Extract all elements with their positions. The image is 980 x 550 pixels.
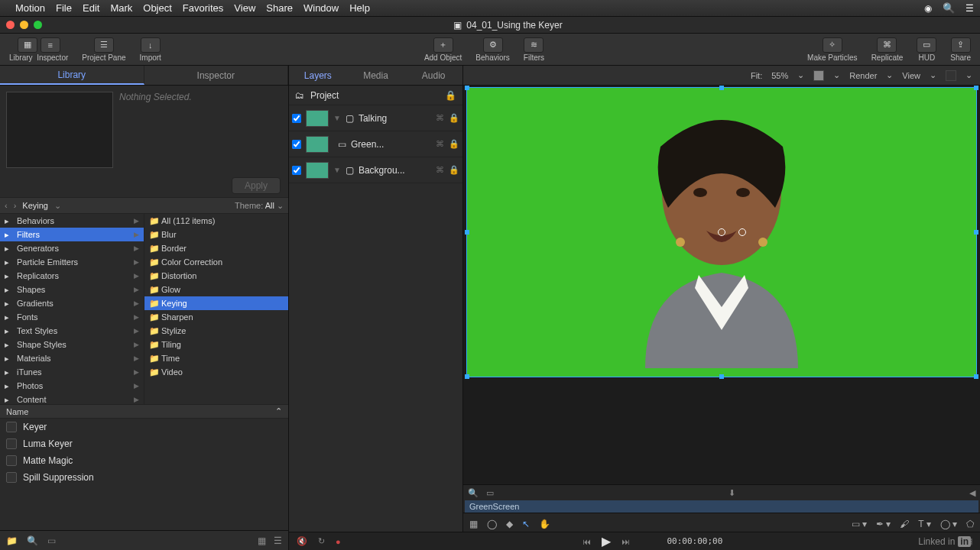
tab-library[interactable]: Library — [0, 66, 144, 85]
selection-handle[interactable] — [719, 374, 724, 379]
subcategory-time[interactable]: 📁Time — [144, 351, 288, 365]
category-photos[interactable]: ▸Photos▶ — [0, 379, 144, 393]
subcategory-border[interactable]: 📁Border — [144, 241, 288, 255]
layer-name[interactable]: Green... — [351, 139, 384, 150]
disclosure-icon[interactable]: ▼ — [333, 114, 341, 122]
timeline-playhead-icon[interactable]: ⬇ — [729, 488, 735, 498]
name-column-header[interactable]: Name — [6, 407, 28, 416]
menu-file[interactable]: File — [56, 2, 72, 14]
back-button[interactable]: ‹ — [5, 201, 8, 210]
category-shape-styles[interactable]: ▸Shape Styles▶ — [0, 338, 144, 351]
category-fonts[interactable]: ▸Fonts▶ — [0, 310, 144, 324]
hud-button[interactable]: ▭ — [917, 37, 936, 53]
keyframe-icon[interactable]: ◆ — [506, 519, 513, 529]
rect-tool-icon[interactable]: ▭ ▾ — [852, 519, 867, 529]
record-icon[interactable]: ● — [336, 537, 341, 546]
behaviors-button[interactable]: ⚙ — [483, 37, 503, 53]
apply-button[interactable]: Apply — [232, 177, 281, 194]
select-tool-icon[interactable]: ↖ — [522, 519, 530, 529]
subcategory-blur[interactable]: 📁Blur — [144, 228, 288, 241]
selection-handle[interactable] — [974, 230, 978, 235]
view-menu[interactable]: View — [902, 71, 920, 80]
project-row[interactable]: 🗂 Project 🔒 — [289, 86, 462, 105]
link-icon[interactable]: ⌘ — [436, 113, 444, 123]
category-list-sub[interactable]: 📁All (112 items)📁Blur📁Border📁Color Corre… — [144, 214, 288, 404]
menu-extras-icon[interactable]: ☰ — [965, 3, 974, 14]
rotation-handle-icon[interactable] — [738, 228, 746, 236]
tab-layers[interactable]: Layers — [289, 66, 347, 85]
forward-button[interactable]: › — [14, 201, 17, 210]
subcategory-sharpen[interactable]: 📁Sharpen — [144, 310, 288, 324]
viewport-chevron-icon[interactable]: ⌄ — [965, 70, 972, 80]
pen-tool-icon[interactable]: ✒ ▾ — [876, 519, 891, 529]
disclosure-icon[interactable]: ▼ — [333, 166, 341, 174]
loop-icon[interactable]: ↻ — [318, 536, 325, 546]
menu-mark[interactable]: Mark — [110, 2, 132, 14]
share-button[interactable]: ⇪ — [951, 37, 971, 53]
render-chevron-icon[interactable]: ⌄ — [886, 70, 893, 80]
subcategory-keying[interactable]: 📁Keying — [144, 296, 288, 310]
selection-handle[interactable] — [974, 86, 978, 90]
search-footer-icon[interactable]: 🔍 — [27, 535, 38, 546]
text-tool-icon[interactable]: T ▾ — [918, 519, 930, 529]
layer-name[interactable]: Backgrou... — [359, 165, 405, 176]
add-object-button[interactable]: ＋ — [433, 37, 453, 53]
link-icon[interactable]: ⌘ — [436, 139, 444, 149]
fit-chevron-icon[interactable]: ⌄ — [797, 70, 804, 80]
tab-media[interactable]: Media — [347, 66, 405, 85]
inspector-toggle-button[interactable]: ≡ — [41, 37, 60, 53]
hand-tool-icon[interactable]: ✋ — [539, 519, 550, 529]
category-content[interactable]: ▸Content▶ — [0, 393, 144, 404]
layer-row[interactable]: ▼▢Talking⌘🔒 — [289, 105, 462, 131]
subcategory-video[interactable]: 📁Video — [144, 365, 288, 379]
subcategory-glow[interactable]: 📁Glow — [144, 283, 288, 296]
tab-inspector[interactable]: Inspector — [144, 66, 289, 85]
menu-share[interactable]: Share — [266, 2, 293, 14]
layer-visible-checkbox[interactable] — [292, 140, 301, 149]
zoom-button[interactable] — [34, 21, 42, 29]
menu-favorites[interactable]: Favorites — [183, 2, 223, 14]
category-itunes[interactable]: ▸iTunes▶ — [0, 365, 144, 379]
import-button[interactable]: ↓ — [141, 37, 161, 53]
sort-indicator-icon[interactable]: ⌃ — [275, 406, 282, 416]
timeline-clip-icon[interactable]: ▭ — [486, 488, 494, 498]
effect-list[interactable]: KeyerLuma KeyerMatte MagicSpill Suppress… — [0, 419, 288, 530]
app-menu[interactable]: Motion — [15, 2, 45, 14]
close-button[interactable] — [6, 21, 15, 29]
paint-tool-icon[interactable]: 🖌 — [900, 519, 909, 529]
project-lock-icon[interactable]: 🔒 — [445, 90, 456, 101]
make-particles-button[interactable]: ✧ — [823, 37, 842, 53]
selection-handle[interactable] — [974, 374, 978, 379]
cc-icon[interactable]: ◉ — [924, 3, 932, 14]
mask-tool-icon[interactable]: ◯ — [487, 519, 497, 529]
category-particle-emitters[interactable]: ▸Particle Emitters▶ — [0, 255, 144, 269]
timecode-display[interactable]: 00:00:00;00 — [667, 536, 722, 546]
subcategory-stylize[interactable]: 📁Stylize — [144, 324, 288, 338]
selection-handle[interactable] — [465, 374, 469, 379]
lock-icon[interactable]: 🔒 — [449, 113, 459, 123]
category-materials[interactable]: ▸Materials▶ — [0, 351, 144, 365]
timeline-end-marker-icon[interactable]: ◀ — [969, 488, 975, 498]
timeline-clip[interactable]: GreenScreen — [465, 500, 978, 513]
lock-icon[interactable]: 🔒 — [449, 165, 459, 175]
layer-row[interactable]: ▼▢Backgrou...⌘🔒 — [289, 157, 462, 183]
effect-keyer[interactable]: Keyer — [0, 419, 288, 435]
view-chevron-icon[interactable]: ⌄ — [930, 70, 936, 80]
selection-handle[interactable] — [465, 86, 469, 90]
breadcrumb-current[interactable]: Keying — [22, 201, 48, 210]
link-icon[interactable]: ⌘ — [436, 165, 444, 175]
replicate-button[interactable]: ⌘ — [877, 37, 897, 53]
anchor-point-icon[interactable] — [718, 228, 725, 236]
viewport-layout[interactable] — [946, 70, 956, 81]
library-toggle-button[interactable]: ▦ — [18, 37, 37, 53]
selection-handle[interactable] — [719, 86, 724, 90]
mute-icon[interactable]: 🔇 — [297, 536, 307, 546]
menu-window[interactable]: Window — [303, 2, 339, 14]
timeline-search-icon[interactable]: 🔍 — [468, 488, 479, 498]
go-end-icon[interactable]: ⏭ — [621, 537, 630, 546]
menu-help[interactable]: Help — [349, 2, 370, 14]
layer-name[interactable]: Talking — [359, 113, 387, 124]
fit-percent[interactable]: 55% — [771, 71, 788, 80]
snap-icon[interactable]: ▦ — [469, 519, 478, 529]
filters-button[interactable]: ≋ — [524, 37, 544, 53]
